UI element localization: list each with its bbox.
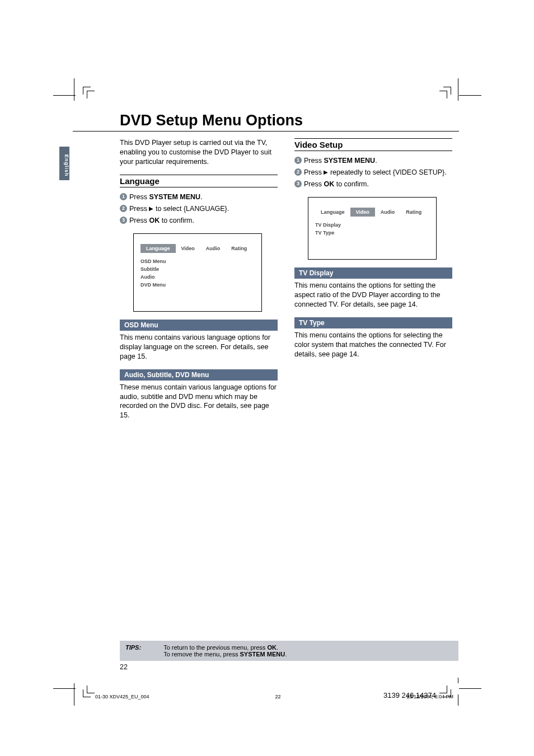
menu-item: DVD Menu (140, 281, 255, 289)
footer-file: 01-30 XDV425_EU_004 (95, 694, 149, 699)
step-number-icon: 3 (120, 217, 127, 224)
step-number-icon: 1 (120, 193, 127, 200)
right-column: Video Setup 1 Press SYSTEM MENU. 2 Press… (294, 138, 452, 420)
tips-label: TIPS: (125, 644, 141, 658)
menu-item: Subtitle (140, 265, 255, 273)
footer-page: 22 (275, 694, 281, 699)
menu-tab: Audio (200, 244, 226, 253)
tv-display-body: This menu contains the options for setti… (294, 281, 452, 309)
lang-step-3: 3 Press OK to confirm. (120, 215, 278, 226)
menu-item: TV Display (315, 221, 429, 229)
video-setup-heading: Video Setup (294, 138, 452, 151)
footer-sbn: 3139 246 14374 (383, 691, 436, 699)
video-menu-screenshot: Language Video Audio Rating TV Display T… (308, 197, 437, 260)
lang-step-1: 1 Press SYSTEM MENU. (120, 192, 278, 202)
step-number-icon: 2 (120, 205, 127, 212)
tv-display-heading: TV Display (294, 267, 452, 279)
osd-menu-body: This menu contains various language opti… (120, 333, 278, 361)
tv-type-heading: TV Type (294, 317, 452, 328)
menu-item: TV Type (315, 229, 429, 237)
menu-tab: Language (315, 208, 350, 217)
menu-tab: Audio (375, 208, 401, 217)
menu-tab: Rating (226, 244, 252, 253)
tips-bar: TIPS: To return to the previous menu, pr… (120, 641, 458, 661)
menu-tab: Video (350, 208, 375, 217)
language-menu-screenshot: Language Video Audio Rating OSD Menu Sub… (133, 233, 262, 312)
step-number-icon: 1 (294, 157, 302, 164)
step-number-icon: 2 (294, 168, 302, 176)
video-step-2: 2 Press ▶ repeatedly to select {VIDEO SE… (294, 167, 452, 177)
menu-tab: Rating (400, 208, 427, 217)
lang-step-2: 2 Press ▶ to select {LANGUAGE}. (120, 204, 278, 214)
menu-item: OSD Menu (140, 257, 255, 265)
page-title: DVD Setup Menu Options (73, 112, 459, 132)
tv-type-body: This menu contains the options for selec… (294, 331, 452, 359)
video-step-1: 1 Press SYSTEM MENU. (294, 156, 452, 166)
audio-subtitle-dvd-heading: Audio, Subtitle, DVD Menu (120, 369, 278, 381)
menu-item: Audio (140, 273, 255, 281)
left-column: This DVD Player setup is carried out via… (120, 138, 278, 420)
osd-menu-heading: OSD Menu (120, 320, 278, 331)
language-heading: Language (120, 175, 278, 187)
menu-tab: Language (140, 244, 176, 253)
language-tab: English (59, 147, 69, 180)
menu-tab: Video (176, 244, 200, 253)
video-step-3: 3 Press OK to confirm. (294, 179, 452, 189)
step-number-icon: 3 (294, 180, 302, 187)
page-number: 22 (120, 663, 128, 671)
page-content: English DVD Setup Menu Options This DVD … (73, 112, 459, 420)
audio-subtitle-dvd-body: These menus contain various language opt… (120, 383, 278, 421)
intro-text: This DVD Player setup is carried out via… (120, 138, 278, 167)
